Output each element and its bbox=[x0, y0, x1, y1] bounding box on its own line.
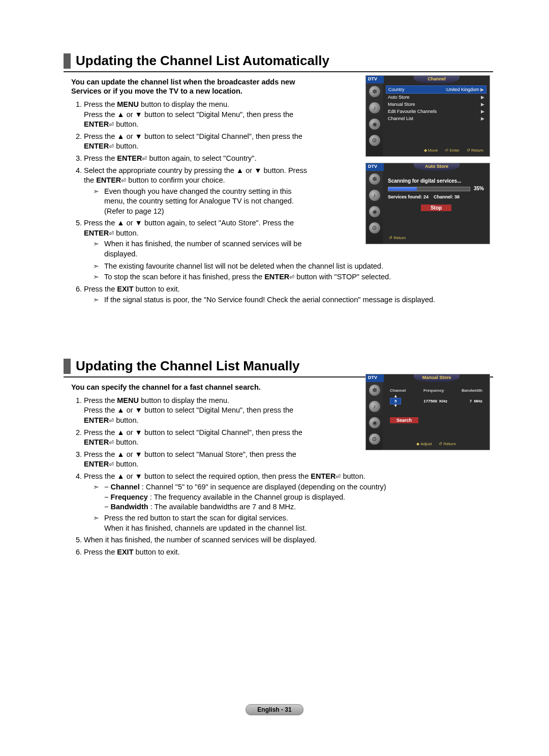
search-button: Search bbox=[390, 417, 418, 423]
tv-title: Auto Store bbox=[414, 163, 460, 171]
section-heading-manual: Updating the Channel List Manually bbox=[64, 359, 493, 374]
sound-icon: ♪ bbox=[369, 401, 380, 412]
s2-step1: Press the MENU button to display the men… bbox=[84, 396, 308, 426]
note-arrow-icon bbox=[93, 187, 104, 217]
enter-icon bbox=[109, 121, 114, 129]
channel-icon: ◉ bbox=[369, 119, 380, 130]
tv-footer: ↺ Return bbox=[386, 234, 486, 242]
scanning-label: Scanning for digital services... bbox=[388, 178, 484, 184]
s1-step4: Select the appropriate country by pressi… bbox=[84, 166, 308, 217]
tv-sidebar: ✽ ♪ ◉ ⚙ bbox=[366, 171, 383, 244]
enter-icon bbox=[142, 155, 147, 163]
tv-footer: ◆ Move ⏎ Enter ↺ Return bbox=[386, 147, 486, 154]
picture-icon: ✽ bbox=[369, 385, 380, 396]
section1-intro: You can update the channel list when the… bbox=[71, 77, 300, 96]
note-arrow-icon bbox=[93, 482, 104, 512]
dtv-badge: DTV bbox=[366, 76, 384, 83]
s2-step4: Press the ▲ or ▼ button to select the re… bbox=[84, 472, 480, 533]
col-bandwidth: Bandwidth bbox=[462, 388, 482, 393]
stop-button: Stop bbox=[421, 205, 451, 211]
enter-icon bbox=[109, 229, 114, 238]
enter-icon bbox=[109, 439, 114, 447]
note-arrow-icon bbox=[93, 239, 104, 259]
dtv-badge: DTV bbox=[366, 163, 384, 171]
page-number-badge: English - 31 bbox=[246, 704, 303, 715]
page-footer: English - 31 bbox=[0, 704, 549, 715]
service-count: Services found: 24 Channel: 38 bbox=[388, 194, 484, 199]
s1-step2: Press the ▲ or ▼ button to select "Digit… bbox=[84, 132, 308, 152]
s1-step5: Press the ▲ or ▼ button again, to select… bbox=[84, 218, 308, 259]
channel-icon: ◉ bbox=[369, 206, 380, 217]
menu-row-autostore: Auto Store▶ bbox=[386, 94, 486, 101]
enter-icon bbox=[109, 417, 114, 425]
menu-row-editfav: Edit Favourite Channels▶ bbox=[386, 108, 486, 115]
s2-step5: When it has finished, the number of scan… bbox=[84, 535, 480, 545]
s2-step6: Press the EXIT button to exit. bbox=[84, 547, 480, 558]
s2-step3: Press the ▲ or ▼ button to select "Manua… bbox=[84, 450, 308, 470]
s2-step2: Press the ▲ or ▼ button to select "Digit… bbox=[84, 428, 308, 448]
picture-icon: ✽ bbox=[369, 173, 380, 185]
note-arrow-icon bbox=[93, 295, 104, 305]
tv-sidebar: ✽ ♪ ◉ ⚙ bbox=[366, 382, 383, 450]
col-channel: Channel bbox=[390, 388, 406, 393]
s1-step6: Press the EXIT button to exit. If the si… bbox=[84, 284, 480, 305]
tv-title: Channel bbox=[414, 76, 460, 83]
tv-title: Manual Store bbox=[414, 374, 460, 382]
dtv-badge: DTV bbox=[366, 374, 384, 382]
tv-screenshot-manual-store: DTV Manual Store ✽ ♪ ◉ ⚙ Channel Frequen… bbox=[365, 374, 490, 450]
note-arrow-icon bbox=[93, 272, 104, 282]
sound-icon: ♪ bbox=[369, 190, 380, 201]
setup-icon: ⚙ bbox=[369, 135, 380, 146]
enter-icon bbox=[109, 460, 114, 469]
tv-sidebar: ✽ ♪ ◉ ⚙ bbox=[366, 83, 383, 156]
enter-icon bbox=[109, 142, 114, 151]
menu-row-manualstore: Manual Store▶ bbox=[386, 101, 486, 108]
section-heading-auto: Updating the Channel List Automatically bbox=[64, 53, 493, 69]
menu-row-channellist: Channel List▶ bbox=[386, 115, 486, 122]
col-frequency: Frequency bbox=[423, 388, 444, 393]
section2-intro: You can specify the channel for a fast c… bbox=[71, 383, 300, 392]
s1-step3: Press the ENTER button again, to select … bbox=[84, 154, 308, 164]
note-arrow-icon bbox=[93, 261, 104, 272]
enter-icon bbox=[336, 473, 341, 481]
tv-screenshot-channel-menu: DTV Channel ✽ ♪ ◉ ⚙ Country :United King… bbox=[365, 75, 490, 157]
channel-icon: ◉ bbox=[369, 417, 380, 428]
picture-icon: ✽ bbox=[369, 86, 380, 97]
setup-icon: ⚙ bbox=[369, 222, 380, 234]
progress-bar: 35% bbox=[388, 187, 470, 191]
menu-row-country: Country :United Kingdom ▶ bbox=[386, 85, 486, 94]
s1-step5-notes: The existing favourite channel list will… bbox=[74, 261, 470, 282]
enter-icon bbox=[121, 177, 126, 185]
setup-icon: ⚙ bbox=[369, 433, 380, 445]
note-arrow-icon bbox=[93, 513, 104, 533]
s1-step1: Press the MENU button to display the men… bbox=[84, 100, 308, 130]
sound-icon: ♪ bbox=[369, 102, 380, 113]
tv-footer: ◆ Adjust ↺ Return bbox=[386, 440, 486, 448]
tv-screenshot-auto-store: DTV Auto Store ✽ ♪ ◉ ⚙ Scanning for digi… bbox=[365, 163, 490, 244]
enter-icon bbox=[289, 273, 294, 281]
